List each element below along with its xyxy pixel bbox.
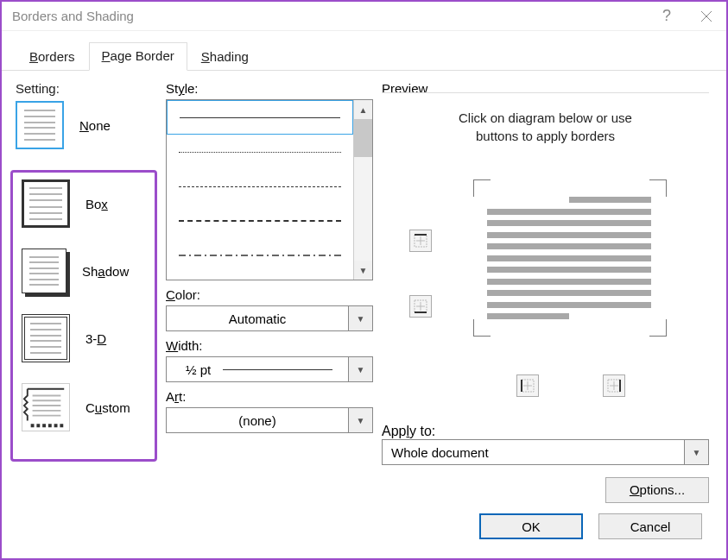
preview-diagram[interactable] — [392, 167, 699, 374]
cancel-button[interactable]: Cancel — [598, 513, 702, 539]
style-column: Style: ▲ ▼ — [166, 81, 373, 503]
style-item-dashdot[interactable] — [167, 238, 353, 273]
art-dropdown[interactable]: (none) ▼ — [166, 407, 373, 433]
setting-column: Setting: None Box Shado — [10, 81, 157, 503]
close-button[interactable] — [687, 2, 726, 30]
apply-to-dropdown[interactable]: Whole document ▼ — [382, 439, 709, 465]
setting-box-icon — [22, 179, 70, 228]
color-label: Color: — [166, 287, 373, 302]
art-label: Art: — [166, 389, 373, 404]
setting-3d-icon — [22, 314, 70, 362]
setting-3d[interactable]: 3-D — [22, 314, 151, 362]
dialog-footer: OK Cancel — [2, 513, 726, 558]
chevron-down-icon[interactable]: ▼ — [348, 357, 372, 381]
help-button[interactable]: ? — [647, 2, 687, 30]
style-list[interactable]: ▲ ▼ — [166, 99, 373, 280]
chevron-down-icon[interactable]: ▼ — [348, 408, 372, 432]
setting-custom-icon — [22, 383, 70, 431]
preview-area: Click on diagram below or usebuttons to … — [382, 92, 709, 412]
color-value: Automatic — [167, 311, 348, 326]
setting-box[interactable]: Box — [22, 179, 151, 228]
style-label: Style: — [166, 81, 373, 96]
content-area: Setting: None Box Shado — [2, 71, 726, 513]
style-item-dotted[interactable] — [167, 135, 353, 169]
apply-to-group: Apply to: Whole document ▼ — [382, 424, 709, 465]
width-label: Width: — [166, 338, 373, 353]
title-text: Borders and Shading — [12, 9, 134, 23]
tab-page-border[interactable]: Page Border — [89, 42, 187, 71]
style-item-dash1[interactable] — [167, 169, 353, 204]
tab-shading[interactable]: Shading — [189, 44, 261, 71]
chevron-down-icon[interactable]: ▼ — [684, 440, 708, 464]
preview-hint: Click on diagram below or usebuttons to … — [392, 109, 699, 145]
border-right-button[interactable] — [603, 374, 625, 397]
border-left-button[interactable] — [516, 374, 539, 397]
setting-none-icon — [16, 101, 64, 149]
preview-page[interactable] — [487, 193, 651, 323]
tab-bar: Borders Page Border Shading — [2, 31, 726, 71]
width-dropdown[interactable]: ½ pt ▼ — [166, 356, 373, 382]
border-bottom-button[interactable] — [409, 295, 432, 318]
highlight-box: Box Shadow 3-D — [10, 170, 157, 462]
setting-shadow-icon — [22, 249, 66, 293]
width-value: ½ pt — [174, 362, 223, 377]
style-scrollbar[interactable]: ▲ ▼ — [353, 100, 372, 280]
scroll-up-icon[interactable]: ▲ — [354, 100, 372, 119]
preview-column: Preview Click on diagram below or usebut… — [382, 81, 709, 503]
setting-shadow[interactable]: Shadow — [22, 249, 151, 293]
style-item-dash2[interactable] — [167, 204, 353, 238]
apply-to-value: Whole document — [383, 445, 684, 460]
setting-none[interactable]: None — [16, 101, 157, 149]
chevron-down-icon[interactable]: ▼ — [348, 306, 372, 330]
corner-mark-br — [649, 319, 667, 337]
ok-button[interactable]: OK — [479, 513, 583, 539]
scroll-thumb[interactable] — [354, 119, 372, 157]
apply-to-label: Apply to: — [382, 424, 709, 439]
corner-mark-tr — [649, 179, 667, 197]
options-button[interactable]: Options... — [605, 477, 709, 503]
setting-label: Setting: — [16, 81, 157, 96]
color-dropdown[interactable]: Automatic ▼ — [166, 305, 373, 331]
art-value: (none) — [167, 413, 348, 428]
scroll-down-icon[interactable]: ▼ — [354, 261, 372, 280]
tab-borders[interactable]: Borders — [17, 44, 87, 71]
width-sample-line — [223, 369, 332, 370]
setting-custom[interactable]: Custom — [22, 383, 151, 431]
title-bar: Borders and Shading ? — [2, 2, 726, 31]
style-item-solid[interactable] — [167, 100, 353, 135]
border-top-button[interactable] — [409, 230, 432, 252]
dialog-window: Borders and Shading ? Borders Page Borde… — [0, 0, 728, 560]
